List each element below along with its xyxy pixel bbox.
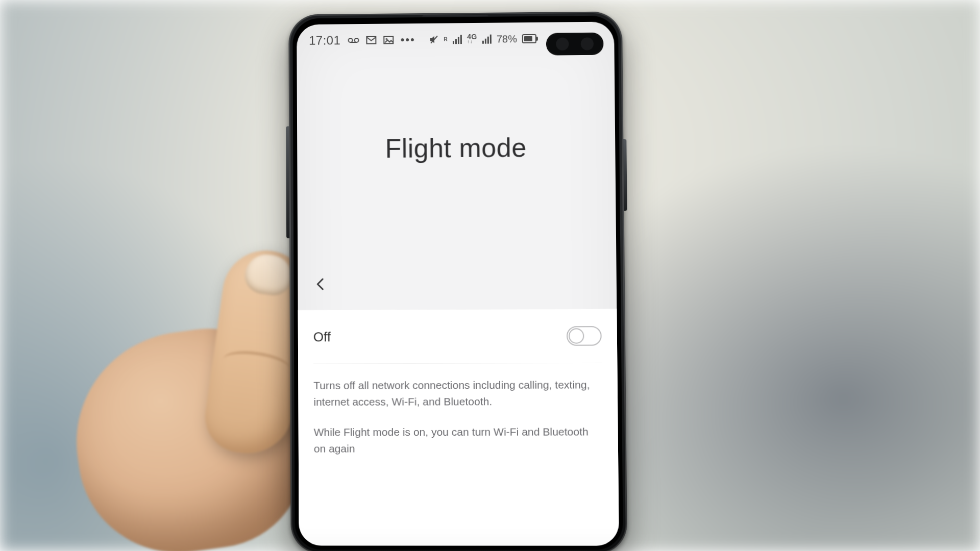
description-paragraph-2: While Flight mode is on, you can turn Wi… bbox=[314, 423, 603, 457]
phone-frame: 17:01 bbox=[288, 11, 627, 551]
status-bar: 17:01 bbox=[297, 21, 614, 57]
roaming-badge-text: R bbox=[444, 37, 448, 42]
status-bar-left: 17:01 bbox=[309, 33, 415, 48]
toolbar bbox=[298, 262, 617, 305]
flight-mode-description: Turns off all network connections includ… bbox=[313, 363, 603, 457]
svg-point-1 bbox=[354, 38, 358, 42]
flight-mode-switch[interactable] bbox=[567, 326, 602, 346]
switch-thumb bbox=[569, 328, 584, 343]
voicemail-icon bbox=[348, 37, 359, 44]
roaming-badge: R bbox=[444, 37, 448, 42]
svg-point-0 bbox=[348, 38, 352, 42]
page-header: Flight mode bbox=[297, 54, 616, 276]
status-bar-right: R 4G ↑↓ 78% bbox=[428, 32, 602, 45]
flight-mode-toggle-label: Off bbox=[313, 329, 331, 345]
page-title: Flight mode bbox=[385, 132, 527, 164]
mute-icon bbox=[428, 35, 438, 45]
svg-point-5 bbox=[385, 38, 387, 40]
phone: 17:01 bbox=[288, 11, 627, 551]
description-paragraph-1: Turns off all network connections includ… bbox=[313, 377, 602, 410]
image-icon bbox=[383, 36, 394, 44]
signal-bars-sim2-icon bbox=[482, 35, 492, 44]
phone-screen: 17:01 bbox=[297, 21, 619, 545]
signal-bars-sim1-icon bbox=[453, 35, 462, 44]
gmail-icon bbox=[366, 36, 376, 44]
chevron-left-icon bbox=[313, 277, 328, 291]
phone-bezel: 17:01 bbox=[292, 15, 623, 549]
network-arrows-text: ↑↓ bbox=[467, 39, 473, 44]
battery-icon bbox=[522, 34, 536, 43]
back-button[interactable] bbox=[307, 270, 334, 298]
battery-percent: 78% bbox=[497, 33, 517, 45]
flight-mode-toggle-row[interactable]: Off bbox=[313, 309, 602, 364]
content-area: Off Turns off all network connections in… bbox=[298, 309, 619, 546]
clock: 17:01 bbox=[309, 33, 340, 47]
network-type-badge: 4G ↑↓ bbox=[467, 34, 477, 44]
